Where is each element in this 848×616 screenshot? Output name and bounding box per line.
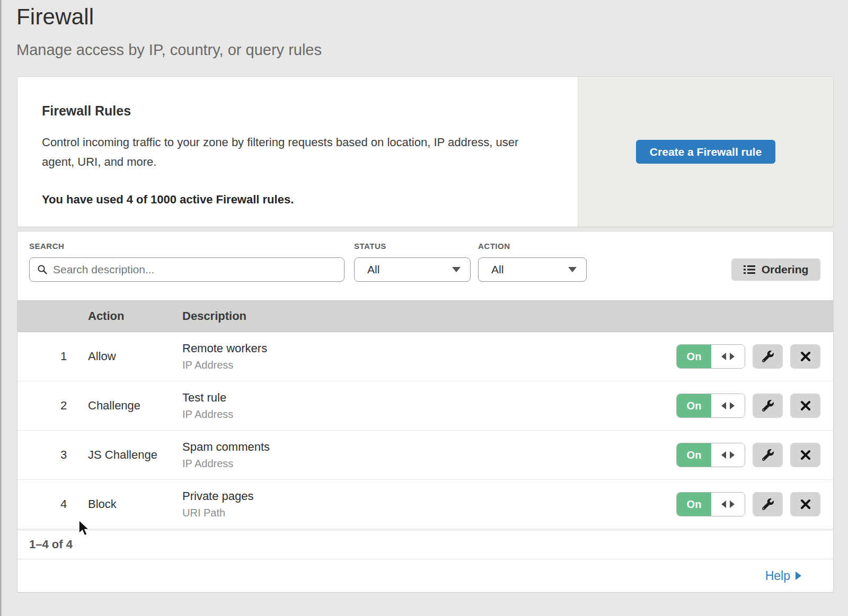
status-label: STATUS [354,242,386,251]
rule-description-title: Remote workers [182,342,267,355]
arrow-right-icon [730,353,735,360]
firewall-rules-table-card: SEARCH STATUS All ACTION All Ordering [17,231,833,592]
chevron-down-icon [568,267,577,272]
rule-priority: 2 [56,399,72,413]
filters-bar: SEARCH STATUS All ACTION All Ordering [17,231,833,300]
pagination-text: 1–4 of 4 [29,538,73,551]
close-icon [800,400,811,411]
page-subtitle: Manage access by IP, country, or query r… [16,41,322,59]
action-dropdown[interactable]: All [478,257,587,282]
pagination-bar: 1–4 of 4 [17,530,833,559]
row-controls: On [676,332,820,381]
create-firewall-rule-button[interactable]: Create a Firewall rule [636,140,775,164]
row-controls: On [676,381,820,430]
delete-rule-button[interactable] [790,394,820,418]
rule-description: Private pages URI Path [182,489,254,519]
card-footer: Help [17,559,833,592]
rule-field: IP Address [182,458,270,470]
column-header-description: Description [182,309,246,323]
table-row: 1 Allow Remote workers IP Address On [17,332,833,381]
rule-action: Block [88,497,117,511]
status-dropdown-value: All [367,263,379,276]
window-edge [0,0,2,616]
arrow-left-icon [721,402,726,409]
delete-rule-button[interactable] [790,492,820,516]
toggle-on-label: On [677,493,711,516]
search-box[interactable] [29,257,344,282]
edit-rule-button[interactable] [753,394,783,418]
rule-action: JS Challenge [88,448,157,462]
edit-rule-button[interactable] [753,443,783,467]
wrench-icon [762,351,774,362]
rule-description-title: Spam comments [182,440,270,454]
action-label: ACTION [478,242,510,251]
status-dropdown[interactable]: All [354,257,471,282]
delete-rule-button[interactable] [790,443,820,467]
rule-field: URI Path [182,507,254,519]
chevron-down-icon [452,267,461,272]
wrench-icon [762,498,774,510]
panel-description: Control incoming traffic to your zone by… [42,132,543,172]
table-row: 3 JS Challenge Spam comments IP Address … [17,431,833,480]
close-icon [800,499,811,510]
rule-description-title: Test rule [182,391,233,405]
help-link[interactable]: Help [765,569,801,583]
rule-description: Test rule IP Address [182,391,233,421]
wrench-icon [762,400,774,412]
panel-usage-text: You have used 4 of 1000 active Firewall … [42,193,556,207]
table-row: 2 Challenge Test rule IP Address On [17,381,833,431]
toggle-handle[interactable] [711,345,745,368]
rule-priority: 4 [56,497,72,511]
arrow-right-icon [796,572,801,580]
row-controls: On [676,431,820,479]
arrow-right-icon [730,451,735,459]
toggle-on-label: On [677,345,711,368]
action-dropdown-value: All [491,263,504,276]
toggle-handle[interactable] [711,394,745,417]
close-icon [800,450,811,460]
rule-action: Allow [88,350,116,363]
search-label: SEARCH [29,242,64,251]
panel-heading: Firewall Rules [42,103,556,119]
search-icon [37,264,48,275]
page-header: Firewall Manage access by IP, country, o… [16,4,322,59]
arrow-right-icon [730,501,735,508]
rule-field: IP Address [182,408,233,421]
rule-enabled-toggle[interactable]: On [676,443,745,467]
close-icon [800,351,811,362]
toggle-handle[interactable] [711,493,745,516]
arrow-left-icon [721,451,726,459]
list-icon [744,265,755,274]
wrench-icon [762,449,774,461]
arrow-left-icon [721,501,726,508]
toggle-handle[interactable] [711,443,745,467]
rule-description: Spam comments IP Address [182,440,270,470]
search-input[interactable] [53,263,337,276]
rule-priority: 1 [56,350,72,363]
page-title: Firewall [16,4,322,30]
rule-description-title: Private pages [182,489,254,503]
rule-enabled-toggle[interactable]: On [676,492,745,516]
row-controls: On [676,480,820,529]
ordering-button-label: Ordering [762,263,809,276]
toggle-on-label: On [677,394,711,417]
rule-field: IP Address [182,359,267,371]
ordering-button[interactable]: Ordering [731,258,820,281]
edit-rule-button[interactable] [753,492,783,516]
rule-priority: 3 [56,448,72,462]
panel-action-area: Create a Firewall rule [578,77,833,227]
table-row: 4 Block Private pages URI Path On [17,480,833,529]
table-header: Action Description [17,300,833,332]
firewall-rules-info: Firewall Rules Control incoming traffic … [17,77,578,227]
edit-rule-button[interactable] [753,344,783,369]
column-header-action: Action [88,309,124,323]
rule-description: Remote workers IP Address [182,342,267,371]
arrow-right-icon [730,402,735,409]
rule-enabled-toggle[interactable]: On [676,394,745,418]
delete-rule-button[interactable] [790,344,820,369]
arrow-left-icon [721,353,726,360]
firewall-rules-panel: Firewall Rules Control incoming traffic … [17,77,833,227]
rules-list: 1 Allow Remote workers IP Address On [17,332,833,529]
rule-enabled-toggle[interactable]: On [676,344,745,369]
toggle-on-label: On [677,443,711,467]
